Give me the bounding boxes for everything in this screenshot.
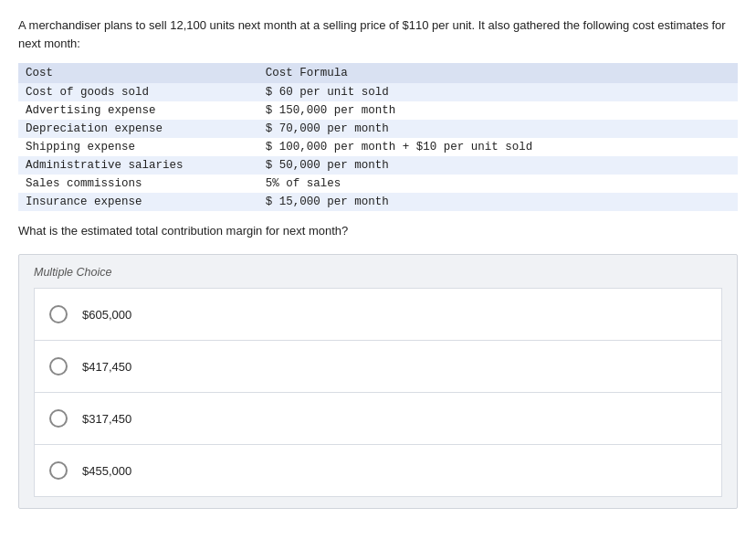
col-header-cost: Cost (18, 63, 258, 83)
table-row: Advertising expense$ 150,000 per month (18, 101, 738, 120)
table-row: Shipping expense$ 100,000 per month + $1… (18, 138, 738, 156)
radio-button[interactable] (49, 461, 68, 480)
cost-cell: Depreciation expense (18, 120, 258, 138)
formula-cell: $ 60 per unit sold (258, 83, 738, 101)
formula-cell: $ 150,000 per month (258, 101, 738, 120)
formula-cell: $ 70,000 per month (258, 120, 738, 138)
cost-cell: Insurance expense (18, 193, 258, 211)
choice-label: $605,000 (82, 308, 131, 322)
cost-cell: Advertising expense (18, 101, 258, 120)
multiple-choice-section: Multiple Choice $605,000$417,450$317,450… (18, 254, 738, 509)
formula-cell: $ 15,000 per month (258, 193, 738, 211)
cost-cell: Shipping expense (18, 138, 258, 156)
formula-cell: $ 100,000 per month + $10 per unit sold (258, 138, 738, 156)
multiple-choice-label: Multiple Choice (34, 266, 722, 279)
choice-label: $417,450 (82, 360, 131, 374)
table-row: Insurance expense$ 15,000 per month (18, 193, 738, 211)
radio-button[interactable] (49, 357, 68, 375)
intro-paragraph: A merchandiser plans to sell 12,100 unit… (18, 16, 738, 52)
choice-label: $455,000 (82, 464, 131, 478)
table-row: Sales commissions5% of sales (18, 175, 738, 193)
choice-label: $317,450 (82, 412, 131, 426)
table-row: Cost of goods sold$ 60 per unit sold (18, 83, 738, 101)
col-header-formula: Cost Formula (258, 63, 738, 83)
choices-container: $605,000$417,450$317,450$455,000 (34, 288, 722, 497)
radio-button[interactable] (49, 409, 68, 428)
formula-cell: $ 50,000 per month (258, 156, 738, 175)
choice-item[interactable]: $417,450 (34, 340, 722, 392)
cost-cell: Cost of goods sold (18, 83, 258, 101)
cost-cell: Administrative salaries (18, 156, 258, 175)
cost-table: Cost Cost Formula Cost of goods sold$ 60… (18, 63, 738, 211)
table-row: Administrative salaries$ 50,000 per mont… (18, 156, 738, 175)
choice-item[interactable]: $317,450 (34, 392, 722, 444)
table-row: Depreciation expense$ 70,000 per month (18, 120, 738, 138)
choice-item[interactable]: $455,000 (34, 444, 722, 497)
formula-cell: 5% of sales (258, 175, 738, 193)
cost-cell: Sales commissions (18, 175, 258, 193)
radio-button[interactable] (49, 305, 68, 323)
question-text: What is the estimated total contribution… (18, 224, 738, 238)
choice-item[interactable]: $605,000 (34, 288, 722, 340)
